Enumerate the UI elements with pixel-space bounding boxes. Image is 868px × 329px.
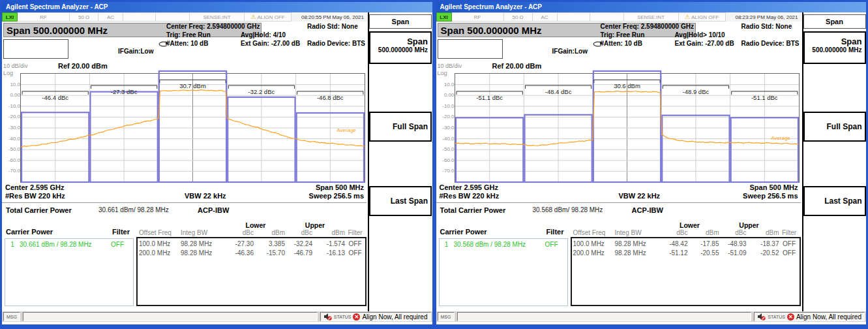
- status-label: STATUS: [334, 315, 352, 319]
- msg-label: MSG: [3, 312, 20, 321]
- vbw-label: VBW 22 kHz: [185, 192, 226, 200]
- status-message: Align Now, All required: [796, 313, 861, 321]
- full-span-button[interactable]: Full Span: [369, 112, 432, 142]
- measurement-spacer: [307, 31, 367, 39]
- y-axis-label: -40.0: [438, 136, 455, 142]
- offset-cell: -32.24: [285, 240, 312, 247]
- align-status-label: ALIGN OFF: [691, 14, 719, 20]
- span-button[interactable]: Span 500.000000 MHz: [369, 31, 432, 64]
- offset-cell: 200.0 MHz: [138, 249, 179, 257]
- offsets-column-headers: Offset Freq Integ BW dBc dBm dBc dBm Fil…: [138, 229, 365, 236]
- offset-cell: 100.0 MHz: [572, 240, 614, 247]
- window-title: Agilent Spectrum Analyzer - ACP: [440, 3, 543, 10]
- spectrum-plot: Average-51.1 dBc-48.4 dBc30.6 dBm-48.9 d…: [455, 73, 800, 183]
- window-title: Agilent Spectrum Analyzer - ACP: [6, 3, 108, 10]
- lxi-indicator: LXI: [2, 12, 18, 22]
- col-offset-freq: Offset Freq: [572, 229, 614, 236]
- warning-icon: ⚠: [250, 14, 256, 20]
- trig-label: Trig: Free Run: [601, 31, 675, 39]
- ref-level-label: Ref 20.00 dBm: [492, 62, 542, 70]
- last-span-button[interactable]: Last Span: [369, 186, 432, 216]
- carrier-list: 1 30.568 dBm / 98.28 MHz OFF: [439, 238, 568, 306]
- rf-indicator: RF: [452, 12, 504, 22]
- annotation-value-label: -51.1 dBc: [476, 94, 503, 101]
- group-spacer: [779, 221, 800, 229]
- msg-field: [23, 312, 318, 321]
- col-offset-freq: Offset Freq: [138, 229, 179, 236]
- annotation-value-label: -46.4 dBc: [42, 94, 68, 101]
- y-axis-label: -50.0: [438, 146, 455, 152]
- window-titlebar[interactable]: Agilent Spectrum Analyzer - ACP: [436, 2, 867, 12]
- carrier-list: 1 30.661 dBm / 98.28 MHz OFF: [5, 238, 134, 306]
- offsets-group-lower: Lower: [661, 221, 719, 229]
- message-bar: MSG STATUS ✕ Align Now, All required: [436, 311, 867, 322]
- window-titlebar[interactable]: Agilent Spectrum Analyzer - ACP: [2, 2, 432, 12]
- error-icon: ✕: [787, 313, 794, 321]
- center-freq-footer: Center 2.595 GHz: [5, 183, 64, 191]
- carrier-power-header: Carrier Power: [440, 228, 487, 236]
- offsets-row: 200.0 MHz 98.28 MHz -46.36 -15.70 -46.79…: [138, 249, 365, 257]
- center-freq-label: Center Freq: 2.594800000 GHz: [601, 22, 741, 31]
- y-axis-label: -60.0: [438, 157, 455, 163]
- y-axis-label: 10.0: [438, 82, 455, 87]
- offset-cell: -20.55: [688, 249, 719, 257]
- resbw-label: #Res BW 220 kHz: [5, 192, 65, 200]
- radio-std-label: Radio Std: None: [307, 22, 367, 31]
- rf-indicator: RF: [18, 12, 70, 22]
- col-integ-bw: Integ BW: [614, 229, 661, 236]
- atten-label: #Atten: 10 dB: [601, 39, 675, 48]
- group-spacer: [179, 221, 226, 229]
- annotation-value-label: 30.7 dBm: [179, 82, 206, 89]
- total-carrier-power-label: Total Carrier Power: [440, 206, 506, 214]
- carrier-table-header: Carrier Power Filter: [6, 228, 130, 236]
- ref-level-label: Ref 20.00 dBm: [58, 62, 108, 70]
- carrier-value: 30.568 dBm / 98.28 MHz: [454, 241, 545, 248]
- menu-tab-span[interactable]: Span: [803, 14, 866, 29]
- speaker-mute-icon: [757, 313, 766, 321]
- sweep-label: Sweep 256.5 ms: [743, 192, 798, 200]
- y-axis-label: -70.0: [438, 168, 455, 174]
- offset-cell: OFF: [779, 249, 800, 257]
- offsets-table: 100.0 MHz 98.28 MHz -48.42 -17.85 -48.93…: [571, 237, 801, 306]
- offset-cell: 100.0 MHz: [138, 240, 179, 247]
- y-axis-label: 0.00: [438, 92, 455, 98]
- y-axis-label: -20.0: [3, 114, 20, 119]
- col-lower-dbc: dBc: [226, 229, 254, 236]
- last-span-button[interactable]: Last Span: [803, 186, 866, 216]
- align-indicator: ⚠ALIGN OFF: [679, 12, 726, 22]
- annunciator-bar: LXI RF 50 Ω AC SENSE:INT ⚠ALIGN OFF 08:2…: [2, 12, 368, 22]
- group-spacer: [572, 221, 614, 229]
- function-entry-box: [438, 39, 503, 59]
- span-button[interactable]: Span 500.000000 MHz: [803, 31, 866, 64]
- ext-gain-label: Ext Gain: -27.00 dB: [675, 39, 741, 48]
- offsets-group-upper: Upper: [285, 221, 345, 229]
- offsets-table: 100.0 MHz 98.28 MHz -27.30 3.385 -32.24 …: [136, 237, 367, 306]
- offset-cell: OFF: [345, 240, 365, 247]
- span-button-value: 500.000000 MHz: [807, 46, 862, 54]
- carrier-row: 1 30.661 dBm / 98.28 MHz OFF: [5, 241, 133, 248]
- coupling-indicator: AC: [98, 12, 123, 22]
- offset-cell: 98.28 MHz: [614, 249, 661, 257]
- col-upper-dbm: dBm: [312, 229, 345, 236]
- carrier-value: 30.661 dBm / 98.28 MHz: [20, 241, 111, 248]
- group-spacer: [345, 221, 365, 229]
- warning-icon: ⚠: [685, 14, 690, 20]
- annunciator-spacer: [590, 12, 624, 22]
- acp-ibw-label: ACP-IBW: [632, 206, 663, 214]
- log-scale-label: Log: [438, 70, 447, 76]
- offset-cell: -51.09: [719, 249, 747, 257]
- message-bar: MSG STATUS ✕ Align Now, All required: [2, 311, 432, 322]
- offset-cell: -51.12: [661, 249, 688, 257]
- offset-cell: -48.42: [661, 240, 688, 247]
- offset-cell: -16.13: [312, 249, 345, 257]
- align-status-label: ALIGN OFF: [257, 14, 284, 20]
- offset-cell: OFF: [779, 240, 800, 247]
- carrier-filter-value: OFF: [111, 241, 133, 248]
- menu-tab-span[interactable]: Span: [369, 14, 432, 29]
- status-zone: STATUS ✕ Align Now, All required: [320, 312, 431, 321]
- analyzer-window: Agilent Spectrum Analyzer - ACP LXI RF 5…: [0, 0, 434, 329]
- offsets-row: 200.0 MHz 98.28 MHz -51.12 -20.55 -51.09…: [572, 249, 800, 257]
- full-span-button[interactable]: Full Span: [803, 112, 866, 142]
- annunciator-spacer: [123, 12, 156, 22]
- datetime: 08:20:55 PM May 06, 2021: [292, 12, 368, 22]
